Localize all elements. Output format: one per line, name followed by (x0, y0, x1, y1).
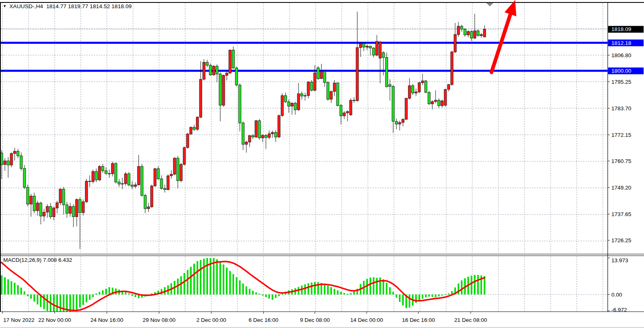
candle-bullish (229, 50, 231, 73)
macd-histogram-bar (187, 270, 188, 295)
candle-bearish (274, 132, 277, 137)
macd-axis-label: -6.972 (611, 307, 627, 313)
candle-bearish (395, 121, 398, 124)
macd-histogram-bar (203, 259, 205, 295)
time-axis-label: 16 Dec 16:00 (402, 317, 435, 323)
macd-histogram-bar (76, 295, 77, 310)
chart-title-bar: ▼ XAUUSD-,H4 1814.77 1819.77 1814.52 181… (3, 3, 132, 9)
candle-bullish (343, 113, 345, 116)
macd-histogram-bar (11, 281, 12, 295)
macd-histogram-bar (1, 275, 2, 295)
macd-histogram-bar (108, 287, 110, 295)
candle-bearish (160, 179, 163, 189)
macd-plot-area[interactable] (1, 256, 608, 312)
candle-bullish (190, 127, 192, 134)
macd-histogram-bar (125, 292, 126, 295)
candle-bullish (199, 79, 202, 117)
macd-histogram-bar (17, 285, 19, 295)
candle-bearish (232, 50, 235, 68)
time-axis-label: 14 Dec 00:00 (350, 317, 383, 323)
candle-bearish (382, 53, 385, 58)
candle-bearish (252, 136, 254, 137)
macd-histogram-bar (60, 295, 61, 312)
macd-histogram-bar (255, 292, 257, 295)
macd-histogram-bar (389, 287, 391, 295)
macd-histogram-bar (82, 295, 84, 305)
candle-bearish (369, 46, 372, 48)
candle-bearish (470, 31, 473, 38)
candle-bullish (408, 86, 411, 98)
candle-bullish (291, 103, 293, 106)
price-chart-plot-area[interactable] (1, 2, 608, 254)
macd-histogram-bar (223, 264, 224, 295)
candle-bullish (418, 83, 420, 92)
macd-histogram-bar (7, 279, 9, 295)
macd-histogram-bar (219, 261, 221, 295)
symbol-dropdown-icon[interactable]: ▼ (3, 4, 7, 8)
macd-histogram-bar (30, 295, 32, 299)
candle-bullish (137, 166, 140, 185)
candle-bullish (4, 161, 6, 165)
candle-bullish (431, 102, 434, 104)
candle-bearish (242, 123, 244, 144)
macd-histogram-bar (327, 286, 329, 295)
macd-histogram-bar (373, 277, 374, 295)
macd-histogram-bar (435, 295, 436, 297)
candle-bullish (402, 119, 404, 123)
macd-axis-label: 13.973 (611, 257, 628, 263)
macd-histogram-bar (99, 292, 100, 295)
macd-histogram-bar (330, 287, 332, 295)
candle-bullish (281, 96, 283, 116)
macd-histogram-bar (229, 271, 231, 295)
macd-histogram-bar (102, 290, 104, 295)
macd-histogram-bar (311, 283, 312, 295)
macd-histogram-bar (268, 295, 270, 299)
candle-bullish (261, 135, 264, 138)
candle-bearish (177, 158, 179, 181)
candle-bearish (216, 66, 218, 74)
trading-chart-window: 1806.801795.251783.701772.151760.751749.… (0, 0, 644, 328)
price-axis-label: 1783.70 (611, 105, 631, 112)
macd-histogram-bar (190, 267, 192, 295)
candle-bullish (350, 100, 352, 115)
hline-price-tag: 1800.00 (611, 68, 631, 74)
time-axis-label: 22 Nov 00:00 (38, 317, 71, 323)
macd-histogram-bar (246, 286, 247, 295)
candle-bearish (353, 100, 355, 100)
macd-histogram-bar (471, 276, 472, 295)
candle-bearish (40, 203, 42, 216)
candle-bullish (366, 46, 368, 47)
hline-price-tag: 1812.18 (611, 40, 631, 46)
candle-bullish (150, 186, 153, 207)
price-axis-label: 1795.25 (611, 79, 631, 85)
candle-bullish (398, 123, 401, 124)
macd-histogram-bar (105, 289, 107, 295)
candle-bullish (124, 174, 127, 183)
candle-bearish (7, 161, 9, 165)
macd-histogram-bar (239, 280, 241, 295)
macd-histogram-bar (37, 295, 38, 304)
candle-bearish (235, 68, 238, 85)
candle-bearish (363, 43, 365, 47)
candle-bearish (33, 196, 35, 211)
candle-bearish (265, 135, 267, 137)
candle-bearish (389, 85, 391, 87)
macd-histogram-bar (200, 260, 201, 295)
candle-bearish (164, 188, 166, 190)
macd-histogram-bar (89, 295, 91, 300)
macd-histogram-bar (314, 282, 316, 295)
macd-histogram-bar (379, 277, 381, 295)
macd-histogram-bar (249, 289, 250, 295)
macd-histogram-bar (324, 284, 325, 295)
macd-histogram-bar (131, 295, 133, 296)
candle-bearish (115, 163, 117, 182)
candle-bearish (425, 81, 427, 92)
candle-bullish (170, 174, 173, 176)
candle-bullish (36, 203, 39, 211)
candle-bullish (467, 31, 469, 35)
candle-bullish (121, 184, 124, 184)
macd-histogram-bar (422, 295, 423, 299)
candle-bullish (376, 41, 378, 55)
candle-bearish (464, 29, 466, 35)
candle-bearish (438, 100, 440, 105)
